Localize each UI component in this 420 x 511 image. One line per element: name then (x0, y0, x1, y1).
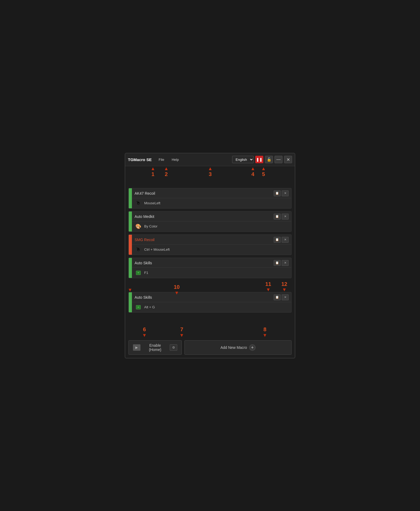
gear-icon[interactable]: ⚙ (170, 344, 177, 351)
annot-num-11: 11 (265, 281, 271, 287)
title-bar-controls: English ❚❚ 🔓 — ✕ (232, 156, 292, 163)
annotation-8: 8 ▼ (254, 326, 276, 338)
macro-card-header-smg: SMG Recoil 📋 ✕ (132, 235, 291, 245)
annot-num-5: 5 (262, 171, 265, 177)
edit-button-skills1[interactable]: 📋 (274, 260, 281, 266)
annotation-3: ▲ 3 (208, 166, 213, 177)
macro-card-actions-skills1: 📋 ✕ (274, 260, 289, 266)
macro-card-body-skills2: Auto Skills 📋 ✕ ⌨ Alt + G (132, 292, 291, 312)
annot-num-2: 2 (165, 171, 168, 177)
macro-card-container-skills2: 10 ▼ ▼ Auto Skills 📋 ✕ (128, 292, 292, 313)
annotation-5: ▲ 5 (261, 166, 266, 177)
annotation-1: ▲ 1 (151, 166, 155, 177)
color-icon-medkit: 🎨 (135, 223, 142, 229)
macro-card-skills1: 9 Auto Skills 📋 ✕ ⌨ (128, 258, 292, 278)
close-button[interactable]: ✕ (284, 156, 292, 163)
menu-file[interactable]: File (157, 157, 166, 163)
bottom-annotations: 6 ▼ 7 ▼ 8 ▼ (125, 326, 295, 338)
trigger-label-ak47: MouseLeft (144, 201, 160, 205)
macro-card-body-medkit: Auto Medkit 📋 ✕ 🎨 By Color (132, 211, 291, 231)
annotation-4: ▲ 4 (251, 166, 255, 177)
menu-bar: File Help (157, 157, 232, 163)
macro-card-actions-smg: 📋 ✕ (274, 237, 289, 243)
annotation-10: 10 ▼ (174, 284, 180, 296)
macro-card-trigger-medkit: 🎨 By Color (132, 221, 291, 231)
macro-name-skills2: Auto Skills (135, 295, 152, 300)
annotation-12: 12 ▼ (281, 281, 287, 292)
play-icon: ▶ (133, 344, 140, 351)
arrow-down-12: ▼ (282, 287, 287, 292)
app-title: TGMacro SE (128, 157, 152, 162)
macro-side-bar-medkit (129, 211, 132, 231)
menu-help[interactable]: Help (170, 157, 180, 163)
annotation-2: ▲ 2 (164, 166, 169, 177)
macro-card-skills2: Auto Skills 📋 ✕ ⌨ Alt + G (128, 292, 292, 313)
bottom-bar: ▶ Enable {Home} ⚙ Add New Macro + (125, 338, 295, 358)
header-annotations: ▲ 1 ▲ 2 ▲ 3 ▲ 4 ▲ 5 (125, 166, 295, 185)
macro-side-bar-smg (129, 235, 132, 255)
edit-button-smg[interactable]: 📋 (274, 237, 281, 243)
arrow-down-7: ▼ (179, 333, 184, 338)
arrow-down-11: ▼ (266, 287, 271, 292)
enable-label: Enable {Home} (143, 343, 168, 352)
edit-button-skills2[interactable]: 📋 (274, 294, 281, 300)
macro-card-header-ak47: AK47 Recoil 📋 ✕ (132, 188, 291, 198)
annot-num-7: 7 (180, 326, 183, 333)
mouse-icon-ak47: 🖱 (135, 200, 142, 206)
delete-button-ak47[interactable]: ✕ (282, 190, 289, 196)
macro-card-body-ak47: AK47 Recoil 📋 ✕ 🖱 MouseLeft (132, 188, 291, 208)
delete-button-medkit[interactable]: ✕ (282, 214, 289, 219)
arrow-up-3: ▲ (208, 166, 213, 171)
delete-button-skills1[interactable]: ✕ (282, 260, 289, 266)
delete-button-smg[interactable]: ✕ (282, 237, 289, 243)
edit-button-medkit[interactable]: 📋 (274, 214, 281, 219)
macro-card-trigger-smg: 🖱 Ctrl + MouseLeft (132, 245, 291, 255)
macro-card-trigger-skills2: ⌨ Alt + G (132, 302, 291, 312)
trigger-label-skills1: F1 (144, 271, 148, 275)
annotation-6: 6 ▼ (134, 326, 155, 338)
kb-icon-skills2: ⌨ (136, 305, 140, 309)
arrow-down-6: ▼ (142, 333, 147, 338)
language-select[interactable]: English (232, 156, 254, 163)
macro-card-trigger-skills1: ⌨ F1 (132, 268, 291, 278)
macro-card-header-skills1: Auto Skills 📋 ✕ (132, 258, 291, 268)
plus-icon: + (249, 344, 256, 351)
macro-card-header-skills2: Auto Skills 📋 ✕ (132, 292, 291, 302)
annotations-11-12: 11 ▼ 12 ▼ (128, 281, 292, 292)
annot-num-6: 6 (143, 326, 146, 333)
macro-list: AK47 Recoil 📋 ✕ 🖱 MouseLeft Auto Medkit (125, 185, 295, 318)
macro-side-bar-skills2 (129, 292, 132, 312)
macro-card-actions-ak47: 📋 ✕ (274, 190, 289, 196)
annotation-7: 7 ▼ (171, 326, 192, 338)
arrow-up-5: ▲ (261, 166, 266, 171)
macro-card-body-skills1: Auto Skills 📋 ✕ ⌨ F1 (132, 258, 291, 278)
annot-num-1: 1 (151, 171, 154, 177)
edit-button-ak47[interactable]: 📋 (274, 190, 281, 196)
annotation-11: 11 ▼ (265, 281, 271, 292)
arrow-up-2: ▲ (164, 166, 169, 171)
enable-button[interactable]: ▶ Enable {Home} ⚙ (128, 340, 182, 355)
arrow-down-10: ▼ (174, 290, 179, 296)
macro-side-bar-skills1: 9 (129, 258, 132, 278)
add-macro-button[interactable]: Add New Macro + (184, 340, 292, 355)
trigger-label-skills2: Alt + G (144, 305, 155, 309)
macro-card-trigger-ak47: 🖱 MouseLeft (132, 198, 291, 208)
macro-card-ak47: AK47 Recoil 📋 ✕ 🖱 MouseLeft (128, 188, 292, 209)
macro-name-smg: SMG Recoil (135, 238, 155, 242)
macro-name-skills1: Auto Skills (135, 261, 152, 265)
annot-num-12: 12 (281, 281, 287, 287)
macro-name-medkit: Auto Medkit (135, 214, 154, 219)
keyboard-icon-skills2: ⌨ (135, 304, 142, 310)
app-window: TGMacro SE File Help English ❚❚ 🔓 — ✕ ▲ … (125, 153, 295, 358)
delete-button-skills2[interactable]: ✕ (282, 294, 289, 300)
macro-card-smg: SMG Recoil 📋 ✕ 🖱 Ctrl + MouseLeft (128, 234, 292, 255)
lock-button[interactable]: 🔓 (265, 156, 273, 163)
pause-button[interactable]: ❚❚ (255, 156, 263, 163)
macro-card-actions-medkit: 📋 ✕ (274, 214, 289, 219)
annot-num-4: 4 (251, 171, 254, 177)
trigger-label-medkit: By Color (144, 224, 158, 228)
trigger-label-smg: Ctrl + MouseLeft (144, 247, 170, 251)
kb-icon-skills1: ⌨ (136, 271, 140, 275)
minimize-button[interactable]: — (274, 156, 282, 163)
annot-num-8: 8 (263, 326, 266, 333)
